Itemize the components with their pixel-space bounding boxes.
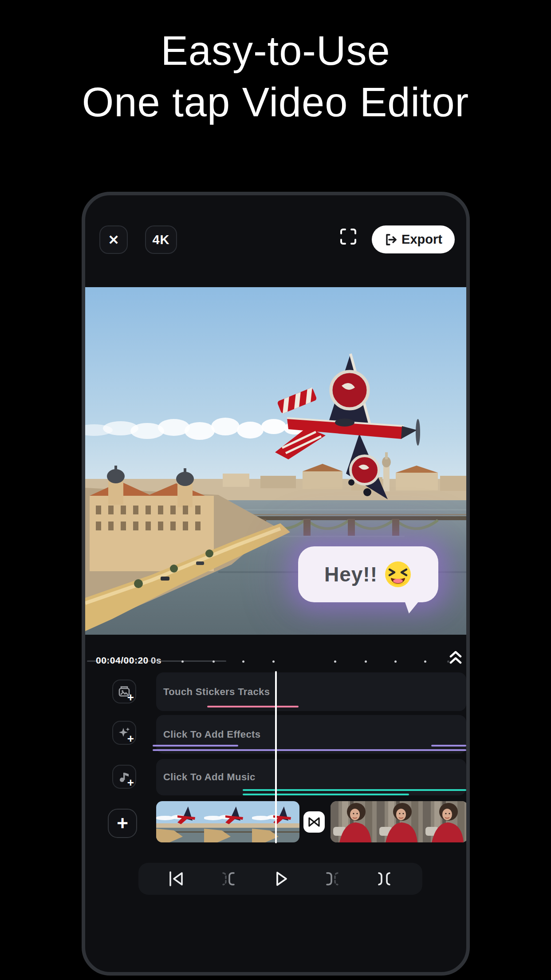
page-title: Easy-to-Use One tap Video Editor [0,25,551,128]
ruler-dot [272,660,275,663]
effects-track-label: Click To Add Effects [163,729,260,740]
effect-clip-bar[interactable] [153,745,238,747]
transition-button[interactable] [303,811,325,833]
timecode: 00:04/00:200s [96,655,161,666]
clip-plane-thumbnails[interactable] [156,801,299,842]
ruler-dot [424,660,426,663]
plus-badge: + [127,691,134,704]
export-label: Export [401,232,442,247]
app-screen: Easy-to-Use One tap Video Editor ✕ 4K Ex… [0,0,551,980]
ruler-dot [365,660,367,663]
ruler-dot [394,660,397,663]
plane-frame [156,801,204,842]
trim-end-button[interactable] [323,870,341,887]
music-track-label: Click To Add Music [163,771,256,783]
person-frame [331,801,377,842]
effect-clip-bar[interactable] [431,745,466,747]
add-effect-track-button[interactable]: + [112,721,136,745]
export-icon [384,233,398,246]
effects-track-row[interactable]: Click To Add Effects [156,715,466,754]
editor-phone-mockup: ✕ 4K Export [82,192,470,976]
person-frame [423,801,468,842]
sticker-text: Hey!! [324,562,378,586]
sticker-track-label: Touch Stickers Tracks [163,686,270,698]
plus-badge: + [127,732,134,746]
collapse-timeline-button[interactable] [449,650,462,665]
ruler-dot [181,660,184,663]
plus-badge: + [127,776,134,790]
clip-person-thumbnails[interactable] [331,801,468,842]
page-title-line1: Easy-to-Use [0,25,551,76]
effect-clip-bar[interactable] [153,749,466,751]
fullscreen-button[interactable] [339,227,358,246]
sticker-clip-bar[interactable] [207,706,299,707]
fullscreen-icon [339,227,358,246]
play-button[interactable] [272,870,289,887]
transport-bar [138,863,422,895]
close-icon: ✕ [108,232,119,248]
music-clip-bar[interactable] [243,794,409,795]
split-button[interactable] [375,870,393,887]
playhead[interactable] [275,671,277,843]
ruler-dot [213,660,215,663]
page-title-line2: One tap Video Editor [0,76,551,128]
quality-4k-button[interactable]: 4K [145,225,177,254]
add-music-track-button[interactable]: + [112,765,136,789]
chevron-double-up-icon [449,650,462,665]
ruler-dot [242,660,244,663]
sticker-track-row[interactable]: Touch Stickers Tracks [156,672,466,711]
person-frame [377,801,423,842]
ruler-dot [334,660,336,663]
quality-label: 4K [152,233,169,247]
plane-frame [204,801,252,842]
skip-to-start-button[interactable] [168,870,185,887]
export-button[interactable]: Export [372,225,455,253]
laughing-emoji-icon [384,560,412,589]
trim-start-button[interactable] [220,870,237,887]
video-preview[interactable]: Hey!! [85,287,466,635]
ruler-zero-label: 0s [151,655,161,665]
close-button[interactable]: ✕ [99,225,128,254]
sticker-speech-bubble[interactable]: Hey!! [298,546,438,602]
add-sticker-track-button[interactable]: + [112,680,136,703]
add-clip-button[interactable]: + [108,809,137,838]
transition-bowtie-icon [306,814,322,830]
